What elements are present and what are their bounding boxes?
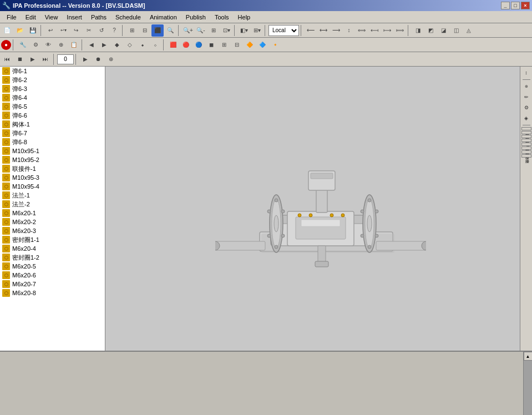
tb3-stop[interactable]: ⏹ xyxy=(14,53,26,65)
tree-item[interactable]: ⬡弹6-6 xyxy=(0,111,105,120)
tb-refresh[interactable]: ↺ xyxy=(95,24,108,37)
tb-r2[interactable]: ⟷ xyxy=(317,24,330,37)
tb-r6[interactable]: ⟻ xyxy=(368,24,381,37)
tb-s2[interactable]: ◩ xyxy=(424,24,437,37)
tb-r4[interactable]: ↕ xyxy=(343,24,355,37)
tb-cut[interactable]: ✂ xyxy=(83,24,95,37)
tree-item[interactable]: ⬡弹6-5 xyxy=(0,102,105,111)
tree-item[interactable]: ⬡M6x20-7 xyxy=(0,280,105,289)
tb-undo[interactable]: ↩ xyxy=(44,24,57,37)
tb2-d4[interactable]: ◼ xyxy=(205,39,217,51)
tb3-first[interactable]: ⏮ xyxy=(1,53,13,65)
tb-redo[interactable]: ↪ xyxy=(70,24,82,37)
tb-r1[interactable]: ⟵ xyxy=(305,24,317,37)
menu-file[interactable]: File xyxy=(2,13,21,22)
tree-item[interactable]: ⬡M10x95-1 xyxy=(0,146,105,155)
tb2-c4[interactable]: ◇ xyxy=(124,39,136,51)
tb2-c2[interactable]: ▶ xyxy=(98,39,110,51)
title-bar-buttons[interactable]: _ □ × xyxy=(501,2,530,9)
tb2-d1[interactable]: 🟥 xyxy=(167,39,179,51)
tb3-play2[interactable]: ▶ xyxy=(79,53,92,65)
vscroll-up[interactable]: ▲ xyxy=(524,352,533,361)
tb2-d5[interactable]: ⊞ xyxy=(218,39,230,51)
viewport-3d[interactable] xyxy=(105,67,520,351)
rt-text-btn-6[interactable]: 藤 xyxy=(521,146,531,150)
tb-r8[interactable]: ⟾ xyxy=(394,24,406,37)
tree-item[interactable]: ⬡M6x20-6 xyxy=(0,271,105,280)
tree-item[interactable]: ⬡弹6-1 xyxy=(0,67,105,75)
tree-item[interactable]: ⬡弹6-7 xyxy=(0,129,105,138)
tb-b1[interactable]: ⊞ xyxy=(126,24,138,37)
tb2-d6[interactable]: ⊟ xyxy=(231,39,243,51)
rt-text-btn-1[interactable]: 藤 xyxy=(521,127,531,130)
tb2-c5[interactable]: ⬥ xyxy=(136,39,149,51)
maximize-button[interactable]: □ xyxy=(511,2,520,9)
tb3-rec[interactable]: ⏺ xyxy=(92,53,104,65)
tree-item[interactable]: ⬡阀体-1 xyxy=(0,120,105,129)
bottom-vscroll[interactable]: ▲ ▼ xyxy=(523,352,532,415)
tb-s1[interactable]: ◨ xyxy=(412,24,424,37)
close-button[interactable]: × xyxy=(521,2,530,9)
tree-item[interactable]: ⬡弹6-8 xyxy=(0,138,105,146)
tb2-c6[interactable]: ⬦ xyxy=(149,39,161,51)
tree-item[interactable]: ⬡密封圈1-2 xyxy=(0,253,105,262)
menu-tools[interactable]: Tools xyxy=(210,13,234,22)
tb-r7[interactable]: ⟼ xyxy=(381,24,393,37)
tree-item[interactable]: ⬡法兰-2 xyxy=(0,200,105,209)
tb-open[interactable]: 📂 xyxy=(14,24,26,37)
tb-r5[interactable]: ⟺ xyxy=(356,24,368,37)
rt-btn-4[interactable]: ⚙ xyxy=(521,103,531,113)
tree-item[interactable]: ⬡弹6-4 xyxy=(0,93,105,102)
tree-item[interactable]: ⬡弹6-2 xyxy=(0,75,105,84)
tb2-d3[interactable]: 🔵 xyxy=(192,39,205,51)
tb-s4[interactable]: ◫ xyxy=(450,24,462,37)
menu-edit[interactable]: Edit xyxy=(21,13,40,22)
minimize-button[interactable]: _ xyxy=(501,2,510,9)
menu-view[interactable]: View xyxy=(40,13,63,22)
tb2-d7[interactable]: 🔶 xyxy=(244,39,256,51)
tb2-b4[interactable]: ⊕ xyxy=(55,39,67,51)
tb-view2[interactable]: ⊞▾ xyxy=(251,24,263,37)
tb-help[interactable]: ? xyxy=(108,24,120,37)
rt-btn-1[interactable]: ↕ xyxy=(521,68,531,78)
tb3-last[interactable]: ⏭ xyxy=(39,53,52,65)
tb-view1[interactable]: ◧▾ xyxy=(238,24,250,37)
tb-zoom-fit[interactable]: ⊞ xyxy=(207,24,220,37)
rt-text-btn-8[interactable]: 藤 xyxy=(521,154,531,158)
tb-r3[interactable]: ⟶ xyxy=(330,24,342,37)
rt-btn-3[interactable]: ✏ xyxy=(521,92,531,102)
tb-b4[interactable]: 🔍 xyxy=(164,24,176,37)
menu-animation[interactable]: Animation xyxy=(145,13,181,22)
tree-item[interactable]: ⬡法兰-1 xyxy=(0,191,105,200)
tb-zoom-out[interactable]: 🔍- xyxy=(195,24,207,37)
tb-s3[interactable]: ◪ xyxy=(437,24,449,37)
tree-container[interactable]: ⬡弹6-1⬡弹6-2⬡弹6-3⬡弹6-4⬡弹6-5⬡弹6-6⬡阀体-1⬡弹6-7… xyxy=(0,67,105,351)
tb2-b1[interactable]: 🔧 xyxy=(17,39,29,51)
vscroll-track[interactable] xyxy=(524,361,532,415)
tb2-b5[interactable]: 📋 xyxy=(68,39,80,51)
tb-b2[interactable]: ⊟ xyxy=(139,24,151,37)
tb-undo2[interactable]: ↩▾ xyxy=(57,24,69,37)
tree-item[interactable]: ⬡M10x95-4 xyxy=(0,182,105,191)
tb2-c1[interactable]: ◀ xyxy=(85,39,98,51)
tree-item[interactable]: ⬡M6x20-2 xyxy=(0,217,105,226)
tb-coord-select[interactable]: Local World xyxy=(268,25,299,36)
tb-zoom-in[interactable]: 🔍+ xyxy=(182,24,194,37)
tb-b3[interactable]: ⬛ xyxy=(151,24,164,37)
tree-item[interactable]: ⬡弹6-3 xyxy=(0,84,105,93)
tb2-d2[interactable]: 🔴 xyxy=(180,39,192,51)
rt-text-btn-4[interactable]: 藤藤 xyxy=(521,139,531,142)
tb2-c3[interactable]: ◆ xyxy=(111,39,123,51)
tb2-record[interactable]: ● xyxy=(1,40,11,50)
menu-help[interactable]: Help xyxy=(234,13,255,22)
tb-zoom-sel[interactable]: ⊡▾ xyxy=(220,24,232,37)
menu-paths[interactable]: Paths xyxy=(87,13,111,22)
tb2-d8[interactable]: 🔷 xyxy=(256,39,268,51)
tb-s5[interactable]: ◬ xyxy=(463,24,475,37)
tree-item[interactable]: ⬡M6x20-1 xyxy=(0,209,105,217)
tree-item[interactable]: ⬡M10x95-2 xyxy=(0,155,105,164)
tb2-d9[interactable]: 🔸 xyxy=(269,39,281,51)
rt-btn-5[interactable]: ◈ xyxy=(521,113,531,123)
rt-text-btn-3[interactable]: 藤 xyxy=(521,135,531,138)
tb3-play[interactable]: ▶ xyxy=(27,53,39,65)
